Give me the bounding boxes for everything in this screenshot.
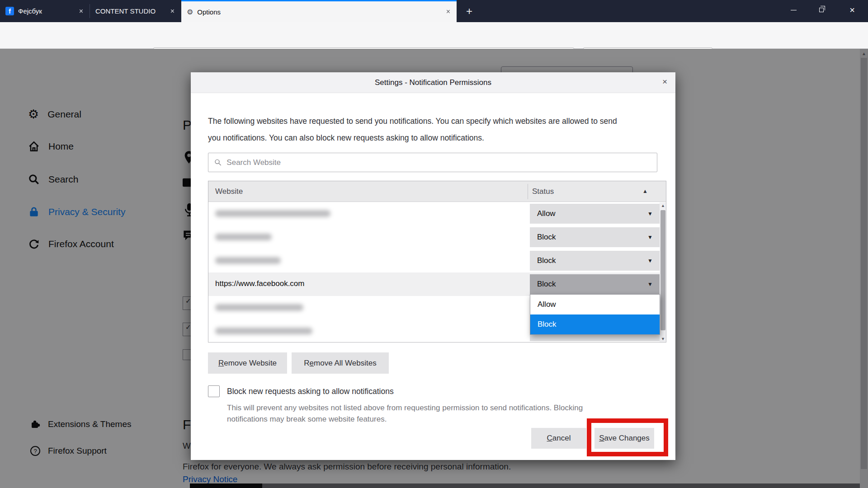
table-row[interactable]: Block ▼: [208, 225, 666, 249]
status-dropdown[interactable]: Block ▼: [530, 251, 660, 271]
scroll-up-icon[interactable]: ▲: [660, 203, 666, 208]
facebook-favicon-icon: f: [5, 7, 14, 15]
scrollbar-thumb[interactable]: [660, 210, 665, 330]
navigation-toolbar: ← → ↻ Firefox about:preferences#privacy …: [0, 22, 868, 49]
search-icon: [214, 159, 222, 166]
column-divider: [528, 184, 528, 199]
blurred-website-name: [215, 234, 272, 240]
remove-all-websites-button[interactable]: Remove All Websites: [292, 352, 389, 374]
status-dropdown-open[interactable]: Block ▼: [530, 274, 660, 294]
permissions-table: Website Status ▲ Allow ▼ Block ▼: [208, 181, 666, 343]
caret-down-icon: ▼: [647, 234, 653, 240]
window-minimize-button[interactable]: [783, 0, 804, 20]
tab-title: Фејсбук: [18, 7, 74, 15]
tab-close-icon[interactable]: ×: [170, 7, 175, 15]
tab-title: CONTENT STUDIO: [95, 7, 165, 15]
website-url: https://www.facebook.com: [215, 279, 304, 288]
new-tab-button[interactable]: +: [461, 0, 477, 22]
caret-down-icon: ▼: [647, 281, 653, 287]
browser-window: f Фејсбук × CONTENT STUDIO × ⚙ Options ×…: [0, 0, 868, 488]
caret-down-icon: ▼: [647, 211, 653, 217]
tab-content-studio[interactable]: CONTENT STUDIO ×: [90, 0, 181, 22]
minimize-icon: [791, 10, 797, 10]
website-search-field[interactable]: [208, 153, 657, 172]
checkbox-help-text: This will prevent any websites not liste…: [227, 402, 616, 425]
tab-facebook[interactable]: f Фејсбук ×: [0, 0, 90, 22]
status-value: Block: [537, 233, 556, 242]
menu-option-block[interactable]: Block: [530, 314, 660, 334]
restore-icon: [819, 8, 824, 12]
block-new-requests-checkbox[interactable]: [208, 385, 220, 397]
tab-bar: f Фејсбук × CONTENT STUDIO × ⚙ Options ×…: [0, 0, 868, 22]
status-value: Block: [537, 256, 556, 265]
tab-title: Options: [197, 8, 441, 16]
column-header-status[interactable]: Status: [532, 187, 554, 196]
table-scrollbar[interactable]: ▲ ▼: [660, 202, 666, 343]
dialog-titlebar: Settings - Notification Permissions ×: [191, 72, 675, 93]
dialog-close-icon[interactable]: ×: [662, 77, 667, 87]
status-dropdown[interactable]: Allow ▼: [530, 204, 660, 224]
blurred-website-name: [215, 257, 281, 264]
column-header-website[interactable]: Website: [215, 187, 243, 196]
status-dropdown[interactable]: Block ▼: [530, 227, 660, 247]
tab-close-icon[interactable]: ×: [78, 7, 84, 15]
table-row-facebook[interactable]: https://www.facebook.com Block ▼: [208, 272, 666, 296]
gear-favicon-icon: ⚙: [187, 8, 193, 16]
close-icon: ×: [849, 5, 855, 14]
table-header: Website Status ▲: [208, 181, 666, 202]
tab-close-icon[interactable]: ×: [445, 8, 451, 16]
menu-option-allow[interactable]: Allow: [530, 295, 660, 314]
table-row[interactable]: Block ▼: [208, 249, 666, 272]
window-restore-button[interactable]: [811, 0, 832, 20]
dialog-title: Settings - Notification Permissions: [191, 78, 675, 87]
status-value: Allow: [537, 209, 556, 218]
table-row[interactable]: Allow ▼: [208, 202, 666, 225]
blurred-website-name: [215, 304, 303, 311]
status-dropdown-menu: Allow Block: [530, 294, 660, 335]
caret-down-icon: ▼: [647, 258, 653, 264]
window-close-button[interactable]: ×: [842, 0, 863, 20]
checkbox-label: Block new requests asking to allow notif…: [227, 387, 394, 396]
scroll-down-icon[interactable]: ▼: [660, 337, 666, 341]
tab-options[interactable]: ⚙ Options ×: [181, 0, 457, 22]
website-search-input[interactable]: [226, 158, 657, 168]
notification-permissions-dialog: Settings - Notification Permissions × Th…: [191, 72, 675, 460]
blurred-website-name: [215, 328, 312, 334]
annotation-highlight-rectangle: [587, 418, 668, 456]
sort-ascending-icon[interactable]: ▲: [642, 188, 648, 194]
blurred-website-name: [215, 210, 330, 217]
dialog-description: The following websites have requested to…: [208, 113, 628, 146]
remove-website-button[interactable]: Remove Website: [208, 352, 287, 374]
cancel-button[interactable]: Cancel: [531, 428, 586, 449]
status-value: Block: [537, 280, 556, 289]
